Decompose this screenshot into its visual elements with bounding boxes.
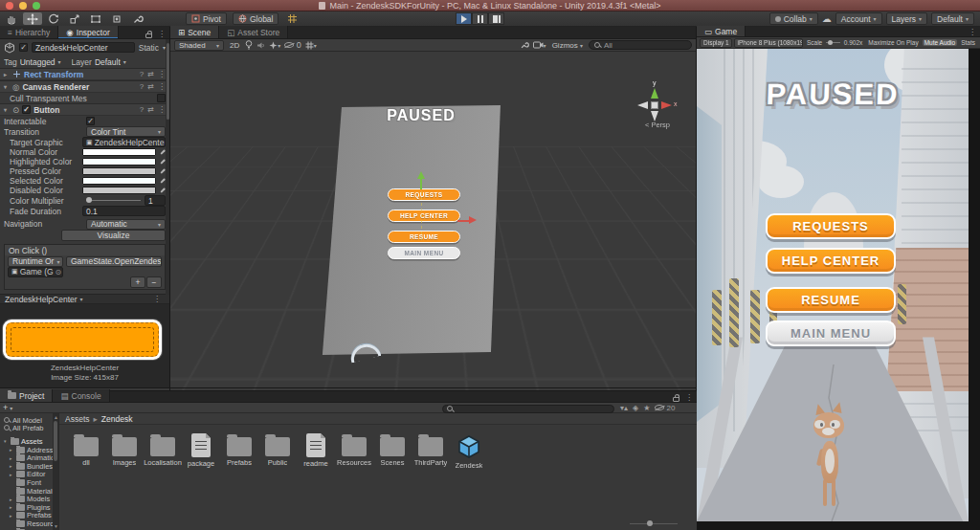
cloud-services-button[interactable]: ☁ [822, 12, 832, 25]
lighting-toggle-icon[interactable] [245, 40, 253, 50]
scene-viewport[interactable]: PAUSED REQUESTS HELP CENTER RESUME MAIN … [170, 52, 696, 390]
display-dropdown[interactable]: Display 1▾ [700, 38, 732, 48]
tree-item-plugins[interactable]: ▸Plugins [0, 503, 58, 512]
move-gizmo-y-arrow[interactable] [417, 171, 425, 179]
foldout-icon[interactable]: ▸ [10, 463, 14, 469]
help-icon[interactable]: ? [140, 82, 144, 91]
asset-item-localisation[interactable]: Localisation [144, 432, 182, 467]
game-main-menu-button[interactable]: MAIN MENU [766, 320, 896, 346]
hidden-packages-toggle[interactable]: 20 [655, 404, 675, 412]
onclick-method-dropdown[interactable]: GameState.OpenZendeskHel▾ [66, 256, 162, 267]
tree-assets-root[interactable]: ▾Assets [0, 437, 58, 446]
visualize-button[interactable]: Visualize [61, 230, 166, 241]
lock-icon[interactable] [673, 397, 679, 402]
tab-hierarchy[interactable]: ≡Hierarchy [0, 26, 58, 38]
scene-main-menu-button[interactable]: MAIN MENU [388, 247, 460, 259]
disabled-color-swatch[interactable] [82, 187, 156, 194]
tree-item-materials[interactable]: Materials [0, 487, 58, 496]
kebab-menu-icon[interactable]: ⋮ [158, 82, 166, 91]
scene-requests-button[interactable]: REQUESTS [388, 188, 460, 201]
preset-icon[interactable]: ⇄ [147, 70, 154, 78]
kebab-menu-icon[interactable]: ⋮ [158, 70, 166, 78]
foldout-icon[interactable]: ▸ [10, 497, 14, 502]
asset-item-readme[interactable]: readme [297, 432, 335, 468]
eyedropper-icon[interactable] [160, 149, 165, 154]
search-by-label-icon[interactable]: ◈ [633, 404, 638, 412]
move-gizmo-y-axis[interactable] [420, 178, 422, 189]
selected-color-swatch[interactable] [82, 177, 156, 185]
eyedropper-icon[interactable] [160, 178, 165, 183]
rect-tool-button[interactable] [86, 12, 105, 25]
remove-event-button[interactable]: − [146, 276, 162, 288]
global-toggle[interactable]: Global [233, 12, 279, 25]
move-tool-button[interactable] [23, 12, 42, 25]
component-rect-transform[interactable]: ▸ Rect Transform ?⇄⋮ [0, 68, 169, 80]
tree-item-resources[interactable]: Resource [0, 519, 58, 528]
asset-item-scenes[interactable]: Scenes [373, 432, 412, 467]
game-resume-button[interactable]: RESUME [766, 287, 896, 313]
layer-dropdown[interactable]: Default [95, 57, 121, 67]
highlighted-color-swatch[interactable] [82, 158, 156, 166]
lock-icon[interactable] [145, 33, 152, 38]
color-multiplier-slider[interactable] [86, 200, 141, 201]
eyedropper-icon[interactable] [160, 188, 165, 192]
perspective-toggle[interactable]: < Persp [635, 121, 679, 129]
inspector-scrollbar[interactable] [166, 39, 169, 295]
asset-item-prefabs[interactable]: Prefabs [220, 432, 258, 467]
search-by-type-icon[interactable]: ▾▴ [620, 404, 628, 412]
normal-color-swatch[interactable] [82, 148, 156, 156]
foldout-icon[interactable]: ▸ [10, 504, 14, 510]
orientation-gizmo[interactable]: y x < Persp [630, 82, 679, 132]
color-multiplier-value[interactable]: 1 [145, 195, 166, 206]
foldout-icon[interactable]: ▸ [10, 513, 14, 519]
collab-dropdown[interactable]: Collab▾ [769, 12, 818, 25]
grid-visibility-dropdown[interactable]: ▾ [305, 41, 317, 50]
asset-item-resources[interactable]: Resources [335, 432, 373, 467]
tree-scrollbar[interactable]: ▲▼ [53, 413, 58, 530]
target-graphic-field[interactable]: ▣ZendeskHelpCenter (Im⊙ [82, 137, 166, 147]
button-enabled-checkbox[interactable]: ✓ [22, 105, 31, 114]
axis-center-cube[interactable] [651, 101, 658, 109]
tab-asset-store[interactable]: ◱Asset Store [219, 26, 288, 38]
stats-toggle[interactable]: Stats [959, 39, 977, 46]
onclick-target-field[interactable]: ▣Game (G⊙ [8, 267, 63, 277]
preset-icon[interactable]: ⇄ [147, 105, 154, 114]
ui-canvas-plane[interactable] [319, 101, 505, 358]
help-icon[interactable]: ? [140, 105, 144, 114]
static-label[interactable]: Static [139, 43, 159, 53]
foldout-icon[interactable]: ▸ [10, 455, 14, 461]
axis-x-cone[interactable] [661, 101, 672, 109]
preset-icon[interactable]: ⇄ [147, 82, 154, 91]
pivot-toggle[interactable]: Pivot [186, 12, 227, 25]
play-button[interactable] [456, 12, 472, 25]
2d-toggle[interactable]: 2D [228, 41, 241, 50]
grid-snap-button[interactable] [282, 12, 301, 25]
component-button[interactable]: ▾ ⊙ ✓ Button ?⇄⋮ [0, 103, 169, 116]
shading-mode-dropdown[interactable]: Shaded▾ [174, 40, 224, 51]
scene-help-center-button[interactable]: HELP CENTER [388, 210, 460, 222]
component-canvas-renderer[interactable]: ▾ ◎ Canvas Renderer ?⇄⋮ [0, 80, 169, 93]
pause-button[interactable] [472, 12, 488, 25]
tree-item-editor[interactable]: ▸Editor [0, 471, 58, 479]
foldout-icon[interactable]: ▾ [4, 438, 9, 444]
cull-transparent-checkbox[interactable] [157, 94, 166, 102]
eyedropper-icon[interactable] [160, 168, 165, 173]
transform-tool-button[interactable] [107, 12, 126, 25]
tree-item-addressables[interactable]: ▸Addressa [0, 446, 58, 454]
layout-dropdown[interactable]: Default▾ [931, 12, 974, 25]
project-search-input[interactable] [442, 405, 614, 413]
custom-tool-button[interactable] [128, 12, 147, 25]
favorite-all-models[interactable]: All Model [0, 416, 58, 425]
tab-project[interactable]: Project [0, 389, 53, 402]
foldout-icon[interactable]: ▾ [4, 83, 10, 90]
tag-dropdown[interactable]: Untagged [20, 57, 56, 67]
scale-tool-button[interactable] [65, 12, 84, 25]
asset-item-package[interactable]: package [182, 432, 220, 468]
transition-dropdown[interactable]: Color Tint▾ [86, 126, 166, 137]
tab-scene[interactable]: ⊞Scene [170, 26, 219, 38]
foldout-icon[interactable]: ▾ [4, 106, 10, 113]
gameobject-name-field[interactable]: ZendeskHelpCenter [32, 42, 135, 53]
scene-search-input[interactable]: All [589, 40, 692, 50]
maximize-on-play-toggle[interactable]: Maximize On Play [866, 39, 920, 46]
game-viewport[interactable]: PAUSED REQUESTS HELP CENTER RESUME MAIN … [697, 49, 969, 521]
